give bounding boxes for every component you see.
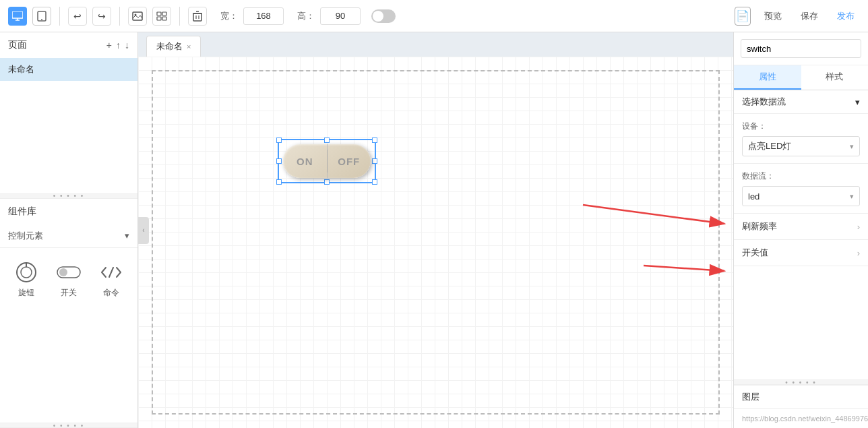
select-datastream-header[interactable]: 选择数据流 ▾ <box>734 90 868 114</box>
add-page-icon[interactable]: + <box>106 40 112 51</box>
handle-bm[interactable] <box>324 179 330 185</box>
device-select[interactable]: 点亮LED灯 ▾ <box>742 136 860 156</box>
monitor-icon[interactable] <box>8 7 27 26</box>
device-section: 设备： 点亮LED灯 ▾ <box>734 114 868 164</box>
refresh-rate-row[interactable]: 刷新频率 › <box>734 214 868 240</box>
component-grid: 旋钮 开关 <box>0 248 137 311</box>
width-input[interactable] <box>243 7 284 25</box>
svg-rect-8 <box>162 12 166 16</box>
switch-value-label: 开关值 <box>742 247 768 259</box>
redo-button[interactable]: ↪ <box>92 7 111 26</box>
right-panel-tabs: 属性 样式 <box>734 65 868 90</box>
resize-handle-2[interactable]: • • • • • <box>0 423 137 428</box>
command-icon <box>98 260 125 284</box>
collapse-handle[interactable]: ‹ <box>138 217 149 244</box>
datastream-chevron-icon: ▾ <box>850 192 854 201</box>
component-search-input[interactable] <box>741 39 861 58</box>
right-resize-handle[interactable]: • • • • • <box>734 379 868 385</box>
component-library-header: 组件库 <box>0 199 137 224</box>
height-input[interactable] <box>320 7 361 25</box>
right-panel-search <box>734 32 868 65</box>
save-button[interactable]: 保存 <box>795 7 824 25</box>
handle-tr[interactable] <box>372 137 377 143</box>
svg-point-17 <box>21 267 32 278</box>
svg-point-4 <box>41 19 42 20</box>
switch-widget[interactable]: ON OFF <box>283 144 371 178</box>
knob-icon <box>13 260 40 284</box>
switch-on-label: ON <box>297 156 313 167</box>
command-label: 命令 <box>103 287 119 299</box>
left-sidebar: 页面 + ↑ ↓ 未命名 • • • • • 组件库 控制元素 ▾ <box>0 32 138 428</box>
toolbar: ↩ ↪ 宽： 高： 📄 预览 保存 <box>0 0 868 32</box>
component-item-command[interactable]: 命令 <box>92 256 129 303</box>
toggle-switch[interactable] <box>371 9 396 23</box>
select-datastream-label: 选择数据流 <box>742 96 786 108</box>
handle-tl[interactable] <box>276 137 282 143</box>
collapse-arrow-icon: ‹ <box>142 226 144 234</box>
url-text: https://blog.csdn.net/weixin_44869976 <box>742 415 868 423</box>
refresh-rate-label: 刷新频率 <box>742 220 777 233</box>
grid-button[interactable] <box>152 7 171 26</box>
canvas-content[interactable]: ON OFF <box>138 57 733 428</box>
layers-section: 图层 <box>734 385 868 408</box>
switch-label: 开关 <box>61 287 77 299</box>
svg-rect-0 <box>12 11 23 18</box>
control-elements-label: 控制元素 <box>8 230 43 242</box>
trash-button[interactable] <box>188 7 207 26</box>
component-item-knob[interactable]: 旋钮 <box>8 256 45 303</box>
preview-button[interactable]: 预览 <box>759 7 787 25</box>
canvas-dashed-border <box>152 70 720 415</box>
component-library-label: 组件库 <box>8 206 36 218</box>
handle-tm[interactable] <box>324 137 330 143</box>
component-item-switch[interactable]: 开关 <box>51 256 88 303</box>
device-label: 设备： <box>742 121 860 132</box>
tab-properties[interactable]: 属性 <box>734 65 801 90</box>
device-value: 点亮LED灯 <box>748 140 791 152</box>
svg-rect-7 <box>157 12 161 16</box>
svg-rect-9 <box>157 17 161 20</box>
layers-label: 图层 <box>742 391 760 403</box>
tab-close-icon[interactable]: × <box>187 42 191 51</box>
svg-line-21 <box>109 268 113 277</box>
switch-off-label: OFF <box>338 156 360 167</box>
tab-style[interactable]: 样式 <box>801 65 869 90</box>
canvas-area: ‹ 未命名 × <box>138 32 733 428</box>
publish-button[interactable]: 发布 <box>832 7 860 25</box>
divider-1 <box>59 7 60 26</box>
control-elements-header[interactable]: 控制元素 ▾ <box>0 224 137 248</box>
datastream-select[interactable]: led ▾ <box>742 186 860 206</box>
switch-off-half[interactable]: OFF <box>328 144 371 178</box>
svg-point-20 <box>59 268 67 276</box>
handle-mr[interactable] <box>372 158 377 164</box>
resize-handle-1[interactable]: • • • • • <box>0 193 137 199</box>
main-area: 页面 + ↑ ↓ 未命名 • • • • • 组件库 控制元素 ▾ <box>0 32 868 428</box>
handle-ml[interactable] <box>276 158 282 164</box>
file-icon[interactable]: 📄 <box>735 7 751 26</box>
up-icon[interactable]: ↑ <box>116 40 121 51</box>
device-chevron-icon: ▾ <box>850 142 854 151</box>
switch-divider <box>327 150 328 173</box>
switch-on-half[interactable]: ON <box>283 144 328 178</box>
chevron-down-icon: ▾ <box>125 231 129 241</box>
canvas-switch-container[interactable]: ON OFF <box>283 144 371 178</box>
handle-br[interactable] <box>372 179 377 185</box>
chevron-down-icon-datastream: ▾ <box>855 97 860 107</box>
resize-dots-2: • • • • • <box>53 422 85 429</box>
refresh-rate-chevron-icon: › <box>857 222 860 232</box>
switch-value-row[interactable]: 开关值 › <box>734 240 868 266</box>
page-item-unnamed[interactable]: 未命名 <box>0 58 137 81</box>
svg-rect-10 <box>162 17 166 20</box>
tablet-icon[interactable] <box>32 7 51 26</box>
pages-header: 页面 + ↑ ↓ <box>0 32 137 58</box>
image-button[interactable] <box>128 7 147 26</box>
width-label: 宽： <box>220 10 238 22</box>
switch-value-chevron-icon: › <box>857 248 860 258</box>
height-label: 高： <box>297 10 315 22</box>
datastream-value: led <box>748 191 760 202</box>
undo-button[interactable]: ↩ <box>68 7 87 26</box>
down-icon[interactable]: ↓ <box>125 40 129 51</box>
right-panel: 属性 样式 选择数据流 ▾ 设备： 点亮LED灯 ▾ 数据流： led ▾ 刷新 <box>733 32 868 428</box>
handle-bl[interactable] <box>276 179 282 185</box>
canvas-tab-unnamed[interactable]: 未命名 × <box>146 36 201 57</box>
knob-label: 旋钮 <box>18 287 34 299</box>
